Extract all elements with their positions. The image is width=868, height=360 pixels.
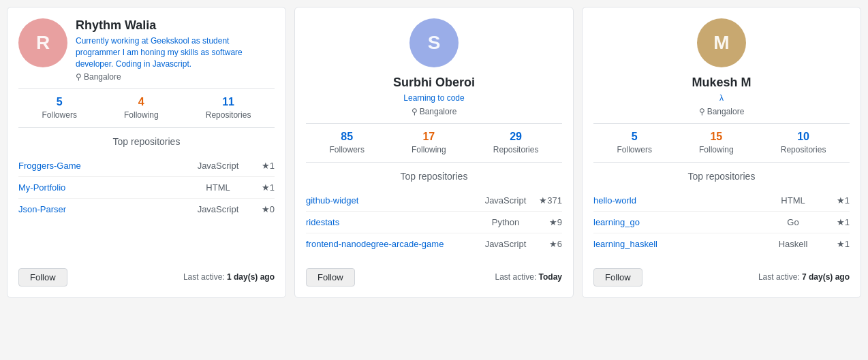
stats-row: 5Followers4Following11Repositories: [18, 88, 275, 128]
stats-row: 85Followers17Following29Repositories: [306, 123, 562, 163]
last-active-value: Today: [539, 272, 562, 282]
user-location: ⚲ Bangalore: [76, 72, 275, 82]
follow-button[interactable]: Follow: [593, 268, 642, 287]
repo-stars: ★1: [247, 161, 275, 171]
repo-name-link[interactable]: Froggers-Game: [18, 161, 189, 171]
stat-label-following: Following: [124, 110, 159, 120]
follow-button[interactable]: Follow: [18, 268, 67, 287]
card-header: MMukesh Mλ⚲ Bangalore: [593, 18, 850, 116]
stat-number-following: 15: [699, 131, 734, 143]
table-row: Json-ParserJavaScript★0: [18, 199, 275, 220]
location-pin-icon: ⚲: [76, 72, 82, 82]
location-text: Bangalore: [84, 72, 121, 82]
last-active-text: Last active: 1 day(s) ago: [183, 272, 275, 282]
stat-number-repos: 29: [493, 131, 539, 143]
stat-followers[interactable]: 5Followers: [42, 96, 77, 120]
stat-following[interactable]: 17Following: [412, 131, 446, 155]
repo-language: Haskell: [769, 239, 817, 249]
stat-following[interactable]: 15Following: [699, 131, 734, 155]
location-pin-icon: ⚲: [412, 107, 418, 116]
stat-number-repos: 10: [781, 131, 826, 143]
table-row: github-widgetJavaScript★371: [306, 190, 562, 212]
stats-row: 5Followers15Following10Repositories: [593, 123, 850, 163]
repo-language: HTML: [194, 182, 242, 193]
location-text: Bangalore: [707, 107, 745, 116]
repo-language: JavaScript: [194, 204, 242, 214]
last-active-value: 7 day(s) ago: [802, 272, 850, 282]
card-mukesh: MMukesh Mλ⚲ Bangalore5Followers15Followi…: [582, 7, 861, 298]
user-bio: Learning to code: [393, 93, 475, 104]
location-text: Bangalore: [420, 107, 457, 116]
repo-language: HTML: [769, 195, 817, 206]
user-bio: Currently working at Geekskool as studen…: [76, 35, 275, 69]
user-location: ⚲ Bangalore: [393, 107, 475, 116]
table-row: frontend-nanodegree-arcade-gameJavaScrip…: [306, 233, 562, 255]
repo-name-link[interactable]: Json-Parser: [18, 204, 189, 214]
avatar: R: [18, 18, 67, 67]
card-rhythm: RRhythm WaliaCurrently working at Geeksk…: [7, 7, 286, 298]
stat-label-following: Following: [412, 145, 446, 154]
stat-followers[interactable]: 5Followers: [617, 131, 652, 155]
stat-label-repos: Repositories: [206, 110, 251, 120]
stat-repos[interactable]: 10Repositories: [781, 131, 826, 155]
stat-repos[interactable]: 11Repositories: [206, 96, 251, 120]
stat-label-following: Following: [699, 145, 734, 154]
repo-stars: ★1: [822, 217, 850, 227]
repo-name-link[interactable]: learning_go: [593, 217, 764, 227]
stat-label-repos: Repositories: [781, 145, 826, 154]
repo-name-link[interactable]: github-widget: [306, 195, 476, 206]
repo-language: JavaScript: [194, 161, 242, 171]
repos-section: Top repositoriesFroggers-GameJavaScript★…: [18, 136, 275, 254]
last-active-value: 1 day(s) ago: [227, 272, 275, 282]
repo-language: JavaScript: [482, 239, 529, 249]
stat-followers[interactable]: 85Followers: [330, 131, 365, 155]
cards-container: RRhythm WaliaCurrently working at Geeksk…: [7, 7, 861, 298]
card-footer: FollowLast active: 7 day(s) ago: [593, 263, 850, 287]
repo-name-link[interactable]: frontend-nanodegree-arcade-game: [306, 239, 476, 249]
last-active-text: Last active: Today: [495, 272, 562, 282]
repo-name-link[interactable]: My-Portfolio: [18, 182, 189, 193]
card-footer: FollowLast active: Today: [306, 263, 562, 287]
repos-title: Top repositories: [593, 171, 850, 182]
repo-language: Go: [769, 217, 817, 227]
repo-language: Python: [482, 217, 529, 227]
follow-button[interactable]: Follow: [306, 268, 355, 287]
card-footer: FollowLast active: 1 day(s) ago: [18, 263, 275, 287]
user-name: Surbhi Oberoi: [393, 76, 475, 90]
table-row: Froggers-GameJavaScript★1: [18, 155, 275, 177]
repos-section: Top repositoriesgithub-widgetJavaScript★…: [306, 171, 562, 255]
repo-stars: ★1: [247, 182, 275, 193]
stat-number-followers: 5: [42, 96, 77, 108]
repo-stars: ★1: [822, 239, 850, 249]
card-header: SSurbhi OberoiLearning to code⚲ Bangalor…: [306, 18, 562, 116]
stat-number-following: 4: [124, 96, 159, 108]
repos-title: Top repositories: [18, 136, 275, 147]
stat-label-followers: Followers: [330, 145, 365, 154]
repo-stars: ★9: [535, 217, 562, 227]
location-pin-icon: ⚲: [699, 107, 705, 116]
table-row: learning_haskellHaskell★1: [593, 233, 850, 255]
repo-stars: ★6: [535, 239, 562, 249]
user-info: Mukesh Mλ⚲ Bangalore: [692, 76, 751, 116]
repo-stars: ★371: [535, 195, 562, 206]
repos-section: Top repositorieshello-worldHTML★1learnin…: [593, 171, 850, 255]
user-info: Rhythm WaliaCurrently working at Geeksko…: [76, 18, 275, 82]
repo-stars: ★1: [822, 195, 850, 206]
stat-number-followers: 5: [617, 131, 652, 143]
table-row: hello-worldHTML★1: [593, 190, 850, 212]
repos-title: Top repositories: [306, 171, 562, 182]
user-info: Surbhi OberoiLearning to code⚲ Bangalore: [393, 76, 475, 116]
stat-repos[interactable]: 29Repositories: [493, 131, 539, 155]
stat-following[interactable]: 4Following: [124, 96, 159, 120]
user-name: Rhythm Walia: [76, 18, 275, 33]
user-name: Mukesh M: [692, 76, 751, 90]
repo-name-link[interactable]: ridestats: [306, 217, 476, 227]
stat-label-repos: Repositories: [493, 145, 539, 154]
table-row: My-PortfolioHTML★1: [18, 177, 275, 199]
stat-number-following: 17: [412, 131, 446, 143]
table-row: ridestatsPython★9: [306, 212, 562, 233]
repo-name-link[interactable]: hello-world: [593, 195, 764, 206]
repo-language: JavaScript: [482, 195, 529, 206]
repo-name-link[interactable]: learning_haskell: [593, 239, 764, 249]
card-surbhi: SSurbhi OberoiLearning to code⚲ Bangalor…: [294, 7, 574, 298]
